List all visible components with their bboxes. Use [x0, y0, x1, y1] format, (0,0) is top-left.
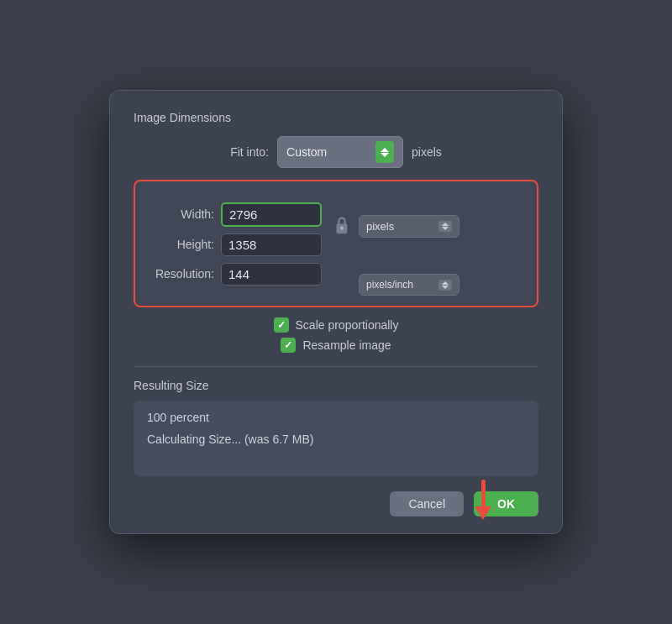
check-icon-2: ✓ [284, 339, 292, 351]
height-input[interactable] [221, 233, 322, 256]
cancel-button[interactable]: Cancel [390, 491, 464, 517]
unit-arrow-up-icon [442, 223, 449, 226]
unit-resolution-arrows [438, 280, 452, 291]
checkboxes-section: ✓ Scale proportionally ✓ Resample image [134, 317, 538, 353]
result-percent: 100 percent [147, 411, 525, 424]
dialog-title: Image Dimensions [134, 111, 538, 124]
height-row: Height: [147, 233, 322, 256]
scale-proportionally-row: ✓ Scale proportionally [274, 317, 399, 333]
fit-into-label: Fit into: [230, 145, 269, 159]
resolution-input[interactable] [221, 263, 322, 286]
buttons-row: Cancel OK [134, 491, 538, 517]
scale-proportionally-label: Scale proportionally [296, 318, 399, 332]
check-icon: ✓ [277, 319, 286, 331]
unit-pixels-arrows [438, 221, 452, 232]
resolution-row: Resolution: [147, 263, 322, 286]
unit-arrow-down-icon [442, 227, 449, 230]
unit-res-arrow-up-icon [442, 281, 449, 285]
red-arrow [475, 480, 491, 520]
width-label: Width: [147, 207, 214, 221]
section-divider [134, 366, 538, 367]
arrow-head [475, 506, 491, 520]
fit-into-row: Fit into: Custom pixels [134, 136, 538, 168]
fit-into-selected-value: Custom [286, 145, 327, 159]
pixels-unit-label: pixels [366, 220, 394, 233]
arrow-up-icon [381, 148, 389, 152]
resulting-size-box: 100 percent Calculating Size... (was 6.7… [134, 401, 538, 476]
lock-icon-container [333, 215, 350, 235]
pixels-unit-select[interactable]: pixels [359, 215, 459, 238]
resolution-label: Resolution: [147, 267, 214, 281]
pixels-unit-wrapper: pixels [359, 215, 459, 238]
fit-into-arrows [375, 141, 394, 163]
resulting-size-title: Resulting Size [134, 379, 538, 392]
width-row: Width: [147, 202, 322, 227]
width-input[interactable] [221, 202, 322, 227]
dimensions-box: Width: Height: Resolution: [134, 180, 538, 307]
resample-image-label: Resample image [302, 338, 391, 352]
image-dimensions-dialog: Image Dimensions Fit into: Custom pixels… [109, 90, 563, 534]
lock-icon [333, 215, 350, 235]
result-size: Calculating Size... (was 6.7 MB) [147, 433, 525, 446]
scale-proportionally-checkbox[interactable]: ✓ [274, 317, 289, 333]
resolution-unit-wrapper: pixels/inch [359, 274, 459, 296]
resample-image-row: ✓ Resample image [281, 338, 391, 353]
fit-into-select[interactable]: Custom [277, 136, 403, 168]
dimensions-left: Width: Height: Resolution: [147, 202, 322, 286]
arrow-down-icon [381, 153, 389, 157]
height-label: Height: [147, 238, 214, 251]
fit-into-unit-label: pixels [412, 145, 442, 159]
arrow-shaft [481, 480, 486, 506]
resolution-unit-label: pixels/inch [366, 279, 413, 291]
unit-res-arrow-down-icon [442, 286, 449, 289]
resample-image-checkbox[interactable]: ✓ [281, 338, 296, 353]
dimensions-right: pixels pixels/inch [359, 191, 459, 296]
svg-point-1 [340, 227, 344, 230]
resolution-unit-select[interactable]: pixels/inch [359, 274, 459, 296]
ok-arrow-indicator [475, 480, 491, 520]
